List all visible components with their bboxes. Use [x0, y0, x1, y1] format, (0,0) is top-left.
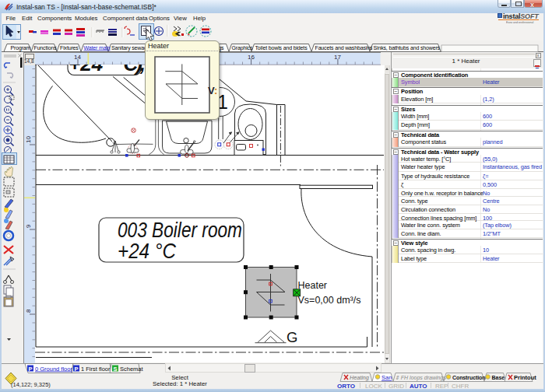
- svg-text:San: San: [382, 374, 392, 381]
- svg-text:Heater: Heater: [298, 280, 328, 291]
- svg-text:Printout: Printout: [514, 374, 536, 381]
- svg-text:Schemat: Schemat: [120, 366, 144, 373]
- svg-text:P: P: [29, 366, 33, 373]
- svg-text:Fixtures: Fixtures: [60, 45, 79, 51]
- svg-text:°C),: °C),: [118, 65, 146, 75]
- svg-text:P: P: [75, 366, 79, 373]
- svg-text:Program: Program: [11, 45, 31, 51]
- svg-text:Faucets and washbasins: Faucets and washbasins: [315, 45, 373, 51]
- svg-text:G: G: [287, 329, 297, 345]
- svg-text:1 First floor: 1 First floor: [81, 366, 111, 373]
- svg-text:16: 16: [248, 54, 255, 61]
- svg-text:+24: +24: [69, 65, 104, 75]
- svg-text:Water main: Water main: [84, 45, 111, 51]
- svg-text:8: 8: [25, 309, 32, 313]
- svg-text:S: S: [114, 366, 118, 373]
- svg-text:Heating: Heating: [350, 374, 369, 381]
- svg-text:Functions: Functions: [34, 45, 58, 51]
- svg-text:Graphics: Graphics: [232, 45, 253, 51]
- svg-text:17: 17: [334, 54, 341, 61]
- svg-text:Vs=0,00 dm³/s: Vs=0,00 dm³/s: [298, 295, 361, 306]
- svg-text:10: 10: [25, 136, 32, 143]
- svg-text:+24 °C: +24 °C: [118, 239, 176, 263]
- svg-text:0 Ground floor: 0 Ground floor: [35, 366, 72, 373]
- svg-text:14: 14: [74, 54, 81, 61]
- svg-text:9: 9: [25, 224, 32, 228]
- svg-text:Toilet bowls and bidets: Toilet bowls and bidets: [255, 45, 308, 51]
- svg-text:Sinks, bathtubs and showers: Sinks, bathtubs and showers: [374, 45, 441, 51]
- svg-text:⇕ FH loops drawings: ⇕ FH loops drawings: [395, 375, 446, 381]
